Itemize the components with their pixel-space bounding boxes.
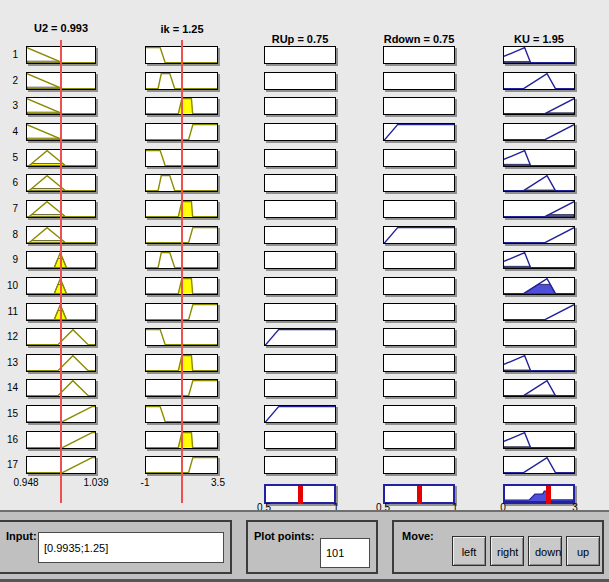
- rule-cell-rup: [264, 405, 336, 423]
- rule-cell-ku: [503, 174, 575, 192]
- defuzzified-value-bar-rdown: [417, 486, 422, 504]
- rule-cell-ku: [503, 431, 575, 449]
- rule-cell-ku: [503, 456, 575, 474]
- rule-cell-ku: [503, 123, 575, 141]
- rule-cell-rup: [264, 431, 336, 449]
- rule-cell-rup: [264, 226, 336, 244]
- rule-cell-rup: [264, 149, 336, 167]
- input-panel: Input: [0.9935;1.25]: [0, 520, 232, 574]
- column-header-ik: ik = 1.25: [160, 23, 203, 35]
- rule-cell-rup: [264, 456, 336, 474]
- footer-panel: Input: [0.9935;1.25] Plot points: 101 Mo…: [0, 510, 609, 582]
- rule-number: 6: [0, 177, 18, 188]
- rule-cell-ku: [503, 328, 575, 346]
- rule-cell-rup: [264, 328, 336, 346]
- rule-number: 17: [0, 459, 18, 470]
- rule-cell-rdown: [383, 72, 455, 90]
- column-header-ku: KU = 1.95: [514, 33, 564, 45]
- move-up-button[interactable]: up: [566, 536, 600, 566]
- rule-cell-ku: [503, 303, 575, 321]
- rule-number: 12: [0, 331, 18, 342]
- index-line-ik[interactable]: [181, 40, 183, 503]
- fuzzy-rule-viewer: U2 = 0.993 ik = 1.25 RUp = 0.75 Rdown = …: [0, 0, 609, 582]
- rule-cell-rup: [264, 46, 336, 64]
- plot-points-field[interactable]: 101: [320, 538, 370, 568]
- rule-cell-rup: [264, 72, 336, 90]
- rule-cell-rup: [264, 303, 336, 321]
- column-header-u2: U2 = 0.993: [34, 22, 88, 34]
- rule-cell-ku: [503, 405, 575, 423]
- rule-cell-ku: [503, 46, 575, 64]
- move-panel: Move: left right down up: [392, 520, 604, 574]
- rule-cell-rdown: [383, 226, 455, 244]
- rule-cell-rup: [264, 354, 336, 372]
- aggregate-plot-ku: [503, 484, 575, 504]
- rule-number: 7: [0, 203, 18, 214]
- rule-cell-ku: [503, 277, 575, 295]
- rule-cell-ku: [503, 226, 575, 244]
- rule-number: 3: [0, 100, 18, 111]
- rule-cell-rdown: [383, 251, 455, 269]
- rule-cell-rdown: [383, 174, 455, 192]
- rule-number: 1: [0, 49, 18, 60]
- axis-tick-ik-max: 3.5: [211, 477, 225, 488]
- rule-cell-rdown: [383, 354, 455, 372]
- rule-number: 14: [0, 382, 18, 393]
- rule-cell-ku: [503, 97, 575, 115]
- plot-points-label: Plot points:: [254, 530, 315, 542]
- defuzzified-value-bar-ku: [546, 486, 551, 504]
- rule-number: 13: [0, 357, 18, 368]
- move-right-button[interactable]: right: [490, 536, 524, 566]
- rule-cell-rdown: [383, 123, 455, 141]
- rule-number: 10: [0, 280, 18, 291]
- rule-cell-rup: [264, 251, 336, 269]
- input-value: [0.9935;1.25]: [44, 542, 108, 554]
- index-line-u2[interactable]: [60, 40, 62, 503]
- rule-cell-rup: [264, 97, 336, 115]
- rule-cell-rdown: [383, 97, 455, 115]
- rule-cell-ku: [503, 379, 575, 397]
- rule-cell-ku: [503, 251, 575, 269]
- rule-number: 4: [0, 126, 18, 137]
- rule-number: 16: [0, 434, 18, 445]
- plot-points-panel: Plot points: 101: [246, 520, 378, 574]
- rule-cell-ku: [503, 149, 575, 167]
- rule-cell-rup: [264, 277, 336, 295]
- move-left-button[interactable]: left: [452, 536, 486, 566]
- rule-cell-rdown: [383, 431, 455, 449]
- rule-cell-rup: [264, 174, 336, 192]
- axis-tick-ik-min: -1: [141, 477, 150, 488]
- rule-cell-rdown: [383, 46, 455, 64]
- rule-cell-ku: [503, 200, 575, 218]
- rule-cell-rup: [264, 123, 336, 141]
- rule-cell-rdown: [383, 149, 455, 167]
- plot-points-value: 101: [326, 547, 344, 559]
- rule-number: 11: [0, 306, 18, 317]
- rule-cell-rdown: [383, 328, 455, 346]
- rule-cell-ku: [503, 72, 575, 90]
- axis-tick-u2-min: 0.948: [13, 477, 38, 488]
- rule-cell-ku: [503, 354, 575, 372]
- rule-cell-rdown: [383, 200, 455, 218]
- axis-tick-u2-max: 1.039: [83, 477, 108, 488]
- rule-cell-rup: [264, 379, 336, 397]
- input-field[interactable]: [0.9935;1.25]: [38, 532, 224, 563]
- input-label: Input:: [6, 530, 37, 542]
- rule-cell-rdown: [383, 303, 455, 321]
- move-down-button[interactable]: down: [528, 536, 562, 566]
- rule-cell-rdown: [383, 277, 455, 295]
- rule-cell-rdown: [383, 379, 455, 397]
- column-header-rdown: Rdown = 0.75: [384, 33, 455, 45]
- defuzzified-value-bar-rup: [298, 486, 303, 504]
- rule-cell-rdown: [383, 405, 455, 423]
- rule-number: 5: [0, 152, 18, 163]
- rule-cell-rdown: [383, 456, 455, 474]
- rule-number: 15: [0, 408, 18, 419]
- move-label: Move:: [402, 530, 434, 542]
- rule-number: 8: [0, 229, 18, 240]
- rule-number: 9: [0, 254, 18, 265]
- column-header-rup: RUp = 0.75: [272, 33, 329, 45]
- rule-number: 2: [0, 75, 18, 86]
- rule-cell-rup: [264, 200, 336, 218]
